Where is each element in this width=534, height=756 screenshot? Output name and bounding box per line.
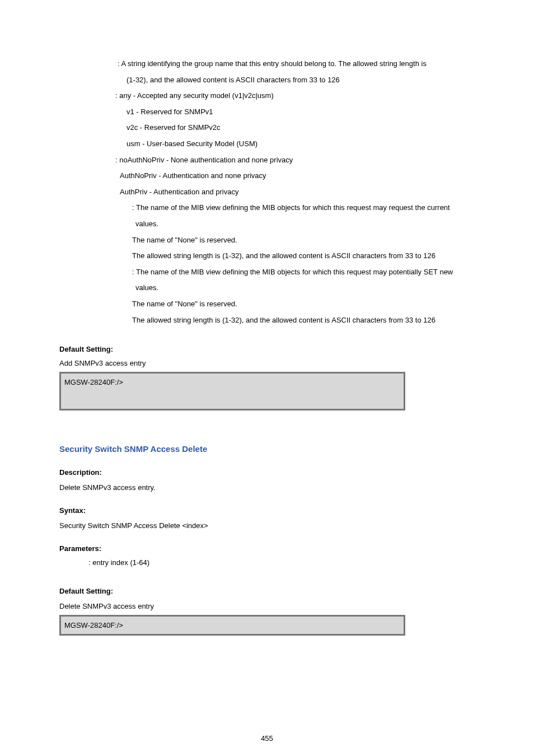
section-title-access-delete: Security Switch SNMP Access Delete xyxy=(59,444,475,454)
delete-desc-label: Description: xyxy=(59,468,475,477)
page-number: 455 xyxy=(0,734,534,743)
param-write-view-3: The name of "None" is reserved. xyxy=(59,296,475,312)
param-read-view-4: The allowed string length is (1-32), and… xyxy=(59,248,475,264)
param-sec-level-authnopriv: AuthNoPriv - Authentication and none pri… xyxy=(59,168,475,184)
delete-syntax-label: Syntax: xyxy=(59,506,475,515)
param-group-name-1: : A string identifying the group name th… xyxy=(59,56,475,72)
param-write-view-1: : The name of the MIB view defining the … xyxy=(59,264,475,281)
add-default-label: Default Setting: xyxy=(59,345,475,353)
param-sec-level-authpriv: AuthPriv - Authentication and privacy xyxy=(59,184,475,200)
param-sec-model-v1: v1 - Reserved for SNMPv1 xyxy=(59,104,475,120)
delete-code-box: MGSW-28240F:/> xyxy=(59,615,405,636)
delete-param-text: : entry index (1-64) xyxy=(59,558,475,567)
delete-default-label: Default Setting: xyxy=(59,587,475,595)
param-sec-model-any: : any - Accepted any security model (v1|… xyxy=(59,88,475,104)
add-code-box: MGSW-28240F:/> xyxy=(59,372,405,410)
delete-default-text: Delete SNMPv3 access entry xyxy=(59,602,475,610)
param-write-view-4: The allowed string length is (1-32), and… xyxy=(59,312,475,329)
add-default-text: Add SNMPv3 access entry xyxy=(59,359,475,367)
param-read-view-2: values. xyxy=(59,216,475,232)
param-read-view-3: The name of "None" is reserved. xyxy=(59,232,475,249)
delete-syntax-text: Security Switch SNMP Access Delete <inde… xyxy=(59,521,475,530)
param-sec-level-noauth: : noAuthNoPriv - None authentication and… xyxy=(59,152,475,169)
parameters-block: : A string identifying the group name th… xyxy=(59,56,475,328)
param-group-name-2: (1-32), and the allowed content is ASCII… xyxy=(59,72,475,88)
param-write-view-2: values. xyxy=(59,280,475,296)
param-read-view-1: : The name of the MIB view defining the … xyxy=(59,200,475,216)
delete-desc-text: Delete SNMPv3 access entry. xyxy=(59,483,475,492)
param-sec-model-usm: usm - User-based Security Model (USM) xyxy=(59,136,475,152)
param-sec-model-v2c: v2c - Reserved for SNMPv2c xyxy=(59,120,475,136)
delete-param-label: Parameters: xyxy=(59,544,475,553)
